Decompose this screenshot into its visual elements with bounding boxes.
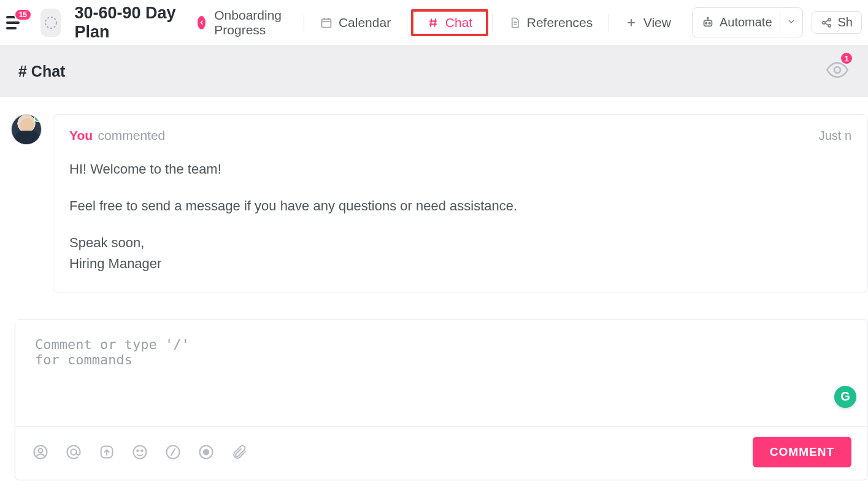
hash-icon [427,17,439,29]
automate-label: Automate [720,15,772,29]
message-line: Feel free to send a message if you have … [69,196,851,217]
svg-point-34 [204,450,209,455]
robot-icon [701,16,715,29]
tab-calendar[interactable]: Calendar [308,10,403,35]
tab-references[interactable]: References [496,10,605,35]
svg-line-32 [171,448,175,456]
chevron-left-icon [198,16,205,29]
svg-point-26 [71,449,76,455]
share-icon [821,17,833,29]
composer-toolbar: COMMENT [15,426,867,480]
chat-subheader: # Chat 1 [0,45,868,97]
ai-icon[interactable] [98,443,116,461]
avatar[interactable] [11,114,42,145]
svg-point-23 [834,67,840,73]
menu-badge: 15 [14,9,32,21]
document-icon [509,17,521,29]
svg-point-17 [707,17,709,18]
automate-caret[interactable] [780,12,802,33]
tab-onboarding-progress[interactable]: Onboarding Progress [185,3,300,42]
chat-message: You commented Just n HI! Welcome to the … [0,97,868,293]
grammarly-badge[interactable]: G [834,386,856,408]
svg-line-22 [824,23,828,25]
menu-button[interactable]: 15 [6,16,23,29]
svg-point-14 [705,22,707,23]
workspace-icon[interactable] [40,9,61,37]
svg-point-30 [141,450,142,451]
automate-button[interactable]: Automate [692,7,803,37]
mention-icon[interactable] [64,443,83,461]
svg-point-28 [134,446,147,459]
divider [609,14,609,31]
comment-input[interactable] [15,320,226,424]
chevron-down-icon [786,17,796,26]
watchers-button[interactable]: 1 [825,58,850,85]
message-timestamp: Just n [819,129,851,143]
online-indicator [34,115,41,122]
svg-point-25 [39,448,43,453]
message-body: HI! Welcome to the team! Feel free to se… [69,159,851,274]
assign-comment-icon[interactable] [31,443,50,461]
view-tabs: Onboarding Progress Calendar Chat Refere… [185,3,683,42]
tab-label: References [527,15,593,30]
chat-title: # Chat [18,63,65,80]
tab-label: Chat [445,15,472,30]
record-icon[interactable] [197,443,215,461]
message-header: You commented Just n [69,128,851,143]
emoji-icon[interactable] [131,443,149,461]
share-button[interactable]: Sh [812,11,862,34]
tab-chat[interactable]: Chat [411,9,488,36]
comment-composer: G COMMENT [15,319,868,480]
attachment-icon[interactable] [230,443,248,461]
message-card: You commented Just n HI! Welcome to the … [53,114,868,293]
watchers-count: 1 [840,52,853,65]
plus-icon [625,17,637,29]
divider [304,14,304,31]
calendar-icon [320,17,332,29]
svg-line-8 [434,18,436,26]
message-line: HI! Welcome to the team! [69,159,851,180]
toolbar-right: Automate Sh [692,7,862,37]
submit-comment-button[interactable]: COMMENT [753,437,851,467]
view-label: View [643,15,671,30]
divider [407,14,407,31]
message-author: You [69,128,93,142]
tab-label: Calendar [339,15,391,30]
add-view-button[interactable]: View [613,10,683,35]
share-label: Sh [838,15,853,29]
slash-command-icon[interactable] [164,443,182,461]
divider [492,14,493,31]
message-line: Speak soon, Hiring Manager [69,232,851,274]
svg-point-29 [137,450,138,451]
svg-line-7 [431,18,432,26]
tab-label: Onboarding Progress [214,8,288,37]
top-toolbar: 15 30-60-90 Day Plan Onboarding Progress… [0,0,868,45]
page-title: 30-60-90 Day Plan [74,4,177,42]
message-verb: commented [98,128,166,142]
svg-rect-1 [321,19,331,27]
svg-line-21 [824,20,828,21]
composer-icons [31,443,248,461]
svg-point-0 [45,17,56,28]
svg-point-15 [709,22,710,23]
